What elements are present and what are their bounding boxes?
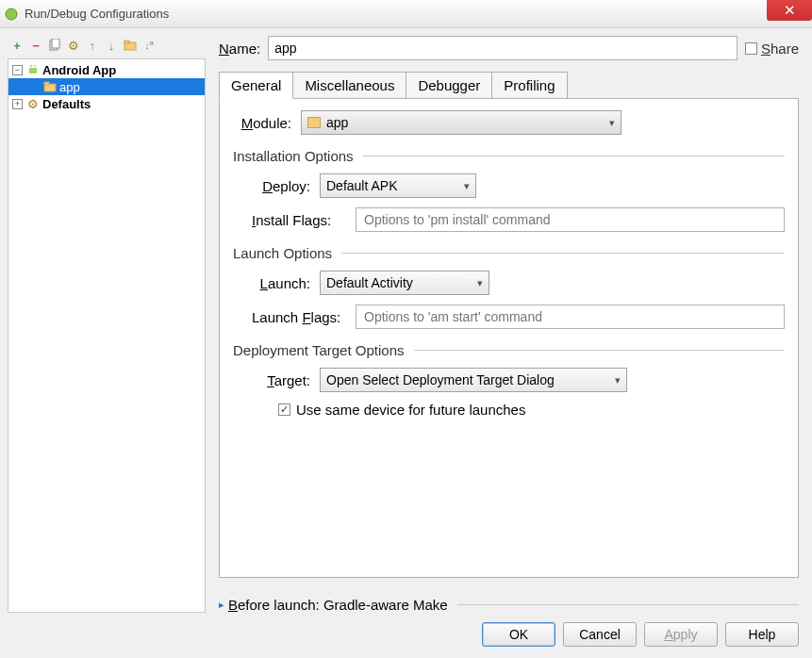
tab-debugger[interactable]: Debugger: [406, 72, 492, 98]
cancel-button[interactable]: Cancel: [563, 622, 637, 647]
up-icon[interactable]: ↑: [85, 38, 100, 53]
launch-flags-label: Launch Flags:: [252, 309, 346, 325]
sort-icon[interactable]: ↓ª: [141, 38, 157, 53]
same-device-checkbox[interactable]: Use same device for future launches: [233, 402, 785, 418]
section-launch-options: Launch Options: [233, 245, 785, 261]
svg-rect-5: [29, 68, 37, 74]
install-flags-input[interactable]: [356, 207, 785, 232]
share-checkbox[interactable]: Share: [745, 41, 799, 57]
tree-label: Defaults: [42, 97, 91, 111]
name-input[interactable]: [268, 36, 737, 60]
expand-icon[interactable]: +: [12, 99, 23, 109]
add-icon[interactable]: +: [9, 38, 25, 53]
config-tree[interactable]: − Android App app + ⚙ Defaults: [8, 58, 206, 613]
config-toolbar: + − ⚙ ↑ ↓ ↓ª: [8, 36, 206, 58]
left-panel: + − ⚙ ↑ ↓ ↓ª − Android App app + ⚙ Defau…: [8, 36, 206, 613]
same-device-label: Use same device for future launches: [296, 402, 525, 418]
before-launch-section[interactable]: ▸ Before launch: Gradle-aware Make: [219, 597, 799, 613]
module-label: Module:: [233, 115, 291, 131]
checkbox-icon: [278, 403, 290, 416]
settings-icon[interactable]: ⚙: [66, 38, 81, 53]
tree-item-app[interactable]: app: [8, 78, 205, 95]
tree-label: app: [59, 80, 80, 94]
down-icon[interactable]: ↓: [104, 38, 119, 53]
right-panel: Name: Share General Miscellaneous Debugg…: [219, 36, 799, 613]
section-deployment-target: Deployment Target Options: [233, 342, 785, 358]
svg-point-6: [30, 65, 32, 67]
install-flags-label: Install Flags:: [252, 212, 346, 228]
deploy-label: Deploy:: [252, 178, 310, 194]
apply-button[interactable]: Apply: [644, 622, 718, 647]
titlebar: Run/Debug Configurations ✕: [0, 0, 812, 28]
close-button[interactable]: ✕: [767, 0, 812, 21]
folder-icon[interactable]: [123, 38, 138, 53]
target-combo[interactable]: Open Select Deployment Target Dialog: [320, 368, 627, 392]
svg-rect-9: [44, 82, 49, 85]
deploy-combo[interactable]: Default APK: [320, 173, 476, 198]
tree-label: Android App: [42, 63, 116, 77]
remove-icon[interactable]: −: [28, 38, 43, 53]
checkbox-icon: [745, 42, 757, 55]
svg-rect-2: [52, 39, 59, 48]
svg-rect-4: [124, 41, 129, 43]
android-icon: [25, 63, 41, 76]
folder-icon: [42, 80, 58, 93]
tab-profiling[interactable]: Profiling: [491, 72, 567, 98]
tab-general[interactable]: General: [219, 72, 293, 99]
titlebar-text: Run/Debug Configurations: [25, 7, 169, 21]
help-button[interactable]: Help: [725, 622, 799, 647]
folder-icon: [307, 117, 321, 128]
ok-button[interactable]: OK: [482, 622, 555, 647]
module-combo[interactable]: app: [301, 110, 621, 135]
tree-item-defaults[interactable]: + ⚙ Defaults: [8, 95, 205, 112]
launch-combo[interactable]: Default Activity: [320, 271, 489, 295]
wrench-icon: ⚙: [25, 97, 41, 110]
section-installation-options: Installation Options: [233, 148, 785, 164]
svg-point-0: [6, 8, 17, 20]
target-label: Target:: [252, 372, 310, 388]
tabs: General Miscellaneous Debugger Profiling: [219, 72, 799, 99]
tab-content-general: Module: app Installation Options Deploy:…: [219, 99, 799, 578]
copy-icon[interactable]: [47, 38, 62, 53]
launch-label: Launch:: [252, 275, 310, 291]
tree-item-android-app[interactable]: − Android App: [8, 61, 205, 78]
app-icon: [4, 7, 19, 22]
svg-point-7: [34, 65, 36, 67]
disclosure-icon: ▸: [219, 599, 224, 611]
tab-miscellaneous[interactable]: Miscellaneous: [292, 72, 406, 98]
dialog-buttons: OK Cancel Apply Help: [0, 613, 812, 658]
launch-flags-input[interactable]: [356, 304, 785, 329]
collapse-icon[interactable]: −: [12, 65, 23, 75]
name-label: Name:: [219, 41, 260, 57]
